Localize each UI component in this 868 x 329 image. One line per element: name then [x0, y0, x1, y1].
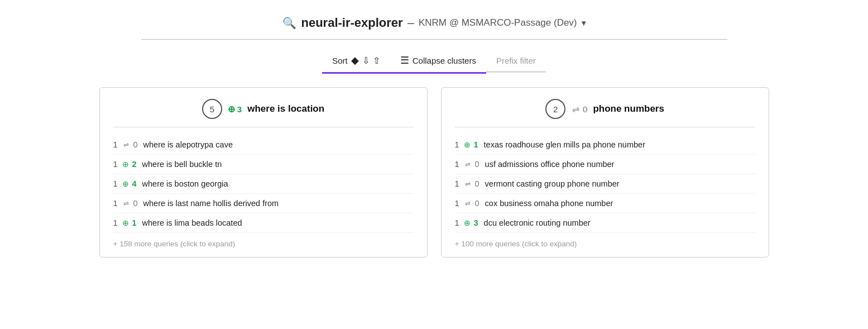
app-title-bar: 🔍 neural-ir-explorer – KNRM @ MSMARCO-Pa…	[282, 16, 585, 30]
plus-icon: ⊕	[122, 218, 129, 227]
sort-icon-2: ⇩	[362, 55, 370, 66]
q-num: 1	[113, 140, 119, 149]
collapse-clusters-tab[interactable]: ☰ Collapse clusters	[390, 49, 486, 74]
q-num: 1	[455, 140, 461, 149]
plus-icon: ⊕	[122, 160, 129, 169]
plus-icon: ⊕	[464, 218, 471, 227]
query-row[interactable]: 1 ⇌ 0 where is last name hollis derived …	[113, 194, 414, 213]
q-text: where is bell buckle tn	[142, 160, 222, 169]
q-text: where is alepotrypa cave	[143, 140, 233, 149]
q-count: 4	[132, 179, 137, 188]
q-count: 0	[133, 140, 138, 149]
model-dropdown[interactable]: ▾	[582, 18, 586, 27]
q-count: 0	[475, 160, 479, 169]
swap-icon: ⇌	[572, 104, 579, 115]
prefix-label: Prefix filter	[496, 56, 536, 65]
q-text: where is last name hollis derived from	[143, 199, 279, 208]
q-num: 1	[113, 179, 119, 188]
cluster-1-number: 5	[202, 99, 222, 119]
cluster-1-plus-icon: ⊕	[228, 104, 235, 115]
query-row[interactable]: 1 ⇌ 0 usf admissions office phone number	[455, 155, 755, 174]
q-text: where is lima beads located	[142, 218, 242, 227]
sort-label: Sort	[332, 56, 348, 65]
sort-icon-3: ⇧	[373, 55, 380, 66]
query-row[interactable]: 1 ⊕ 1 where is lima beads located	[113, 213, 414, 233]
q-num: 1	[113, 218, 119, 227]
model-name: KNRM @ MSMARCO-Passage (Dev)	[419, 17, 577, 28]
q-text: usf admissions office phone number	[485, 160, 615, 169]
query-row[interactable]: 1 ⊕ 1 texas roadhouse glen mills pa phon…	[455, 135, 755, 155]
cluster-card-2: 2 ⇌ 0 phone numbers 1 ⊕ 1 texas roadhous…	[441, 87, 769, 258]
page-header: 🔍 neural-ir-explorer – KNRM @ MSMARCO-Pa…	[17, 0, 851, 30]
q-text: texas roadhouse glen mills pa phone numb…	[484, 140, 645, 149]
q-count: 0	[475, 199, 479, 208]
q-text: dcu electronic routing number	[484, 218, 591, 227]
cluster-2-count-value: 0	[583, 104, 587, 114]
q-count: 1	[474, 140, 478, 149]
query-row[interactable]: 1 ⊕ 2 where is bell buckle tn	[113, 155, 414, 174]
sort-icon-1: ◆	[351, 54, 359, 66]
collapse-icon: ☰	[400, 54, 409, 66]
q-count: 3	[474, 218, 478, 227]
q-count: 0	[475, 179, 479, 188]
plus-icon: ⊕	[464, 140, 471, 149]
cluster-2-title: phone numbers	[593, 103, 664, 115]
swap-icon: ⇌	[465, 180, 471, 188]
toolbar: Sort ◆ ⇩ ⇧ ☰ Collapse clusters Prefix fi…	[17, 49, 851, 74]
swap-icon: ⇌	[465, 199, 471, 207]
clusters-container: 5 ⊕ 3 where is location 1 ⇌ 0 where is a…	[99, 87, 769, 258]
q-count: 0	[133, 199, 138, 208]
q-num: 1	[455, 160, 461, 169]
cluster-2-header: 2 ⇌ 0 phone numbers	[455, 99, 755, 127]
q-num: 1	[455, 199, 461, 208]
cluster-1-title: where is location	[247, 103, 324, 115]
cluster-1-count: ⊕ 3	[228, 104, 242, 115]
cluster-2-count: ⇌ 0	[571, 104, 587, 115]
swap-icon: ⇌	[123, 141, 129, 149]
collapse-label: Collapse clusters	[413, 56, 476, 65]
cluster-2-number: 2	[545, 99, 565, 119]
query-row[interactable]: 1 ⇌ 0 vermont casting group phone number	[455, 174, 755, 194]
query-row[interactable]: 1 ⊕ 4 where is boston georgia	[113, 174, 414, 194]
q-num: 1	[113, 160, 119, 169]
q-count: 1	[132, 218, 137, 227]
query-row[interactable]: 1 ⇌ 0 cox business omaha phone number	[455, 194, 755, 213]
query-row[interactable]: 1 ⇌ 0 where is alepotrypa cave	[113, 135, 414, 155]
q-text: where is boston georgia	[142, 179, 228, 188]
prefix-filter-tab[interactable]: Prefix filter	[486, 50, 546, 73]
q-text: vermont casting group phone number	[485, 179, 620, 188]
q-text: cox business omaha phone number	[485, 199, 613, 208]
plus-icon: ⊕	[122, 179, 129, 188]
q-count: 2	[132, 160, 137, 169]
q-num: 1	[455, 179, 461, 188]
cluster-card-1: 5 ⊕ 3 where is location 1 ⇌ 0 where is a…	[99, 87, 428, 258]
q-num: 1	[113, 199, 119, 208]
title-separator: –	[407, 16, 414, 30]
expand-queries-1[interactable]: + 158 more queries (click to expand)	[113, 240, 414, 248]
app-name: neural-ir-explorer	[301, 16, 402, 30]
swap-icon: ⇌	[123, 199, 129, 207]
swap-icon: ⇌	[465, 160, 471, 168]
sort-tab[interactable]: Sort ◆ ⇩ ⇧	[322, 49, 390, 74]
expand-queries-2[interactable]: + 100 more queries (click to expand)	[455, 240, 755, 248]
cluster-1-count-value: 3	[237, 104, 242, 114]
query-row[interactable]: 1 ⊕ 3 dcu electronic routing number	[455, 213, 755, 233]
cluster-1-header: 5 ⊕ 3 where is location	[113, 99, 414, 127]
search-icon: 🔍	[282, 16, 296, 30]
header-divider	[141, 39, 727, 40]
q-num: 1	[455, 218, 461, 227]
